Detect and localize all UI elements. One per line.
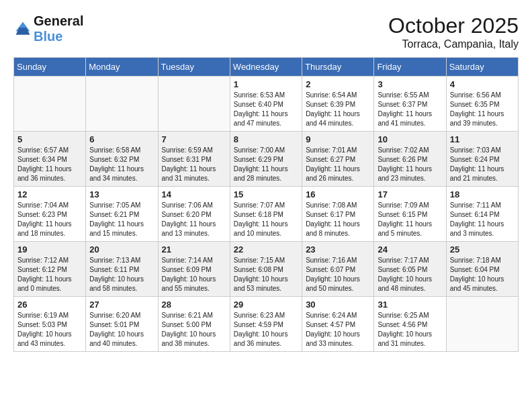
- day-info: Sunrise: 7:13 AM Sunset: 6:11 PM Dayligh…: [89, 256, 154, 293]
- day-info: Sunrise: 7:04 AM Sunset: 6:23 PM Dayligh…: [17, 201, 82, 238]
- calendar-week-row: 19Sunrise: 7:12 AM Sunset: 6:12 PM Dayli…: [14, 242, 519, 297]
- month-title: October 2025: [388, 13, 519, 38]
- calendar-cell: 16Sunrise: 7:08 AM Sunset: 6:17 PM Dayli…: [302, 187, 374, 242]
- day-info: Sunrise: 7:02 AM Sunset: 6:26 PM Dayligh…: [378, 146, 442, 183]
- calendar-week-row: 26Sunrise: 6:19 AM Sunset: 5:03 PM Dayli…: [14, 297, 519, 352]
- calendar-week-row: 1Sunrise: 6:53 AM Sunset: 6:40 PM Daylig…: [14, 77, 519, 132]
- calendar-cell: 9Sunrise: 7:01 AM Sunset: 6:27 PM Daylig…: [302, 132, 374, 187]
- calendar-cell: [446, 297, 518, 352]
- calendar-cell: 31Sunrise: 6:25 AM Sunset: 4:56 PM Dayli…: [374, 297, 446, 352]
- day-info: Sunrise: 7:05 AM Sunset: 6:21 PM Dayligh…: [89, 201, 154, 238]
- calendar-cell: [158, 77, 230, 132]
- calendar-cell: 20Sunrise: 7:13 AM Sunset: 6:11 PM Dayli…: [86, 242, 158, 297]
- day-info: Sunrise: 7:12 AM Sunset: 6:12 PM Dayligh…: [17, 256, 82, 293]
- day-number: 8: [234, 134, 298, 144]
- day-number: 11: [450, 134, 515, 144]
- day-info: Sunrise: 6:24 AM Sunset: 4:57 PM Dayligh…: [306, 311, 370, 349]
- day-info: Sunrise: 6:54 AM Sunset: 6:39 PM Dayligh…: [306, 91, 370, 128]
- calendar-cell: 24Sunrise: 7:17 AM Sunset: 6:05 PM Dayli…: [374, 242, 446, 297]
- day-info: Sunrise: 6:59 AM Sunset: 6:31 PM Dayligh…: [162, 146, 226, 183]
- day-of-week-header: Monday: [86, 58, 158, 77]
- day-of-week-header: Tuesday: [158, 58, 230, 77]
- day-info: Sunrise: 6:25 AM Sunset: 4:56 PM Dayligh…: [378, 311, 442, 349]
- day-number: 18: [450, 189, 515, 199]
- calendar-cell: 21Sunrise: 7:14 AM Sunset: 6:09 PM Dayli…: [158, 242, 230, 297]
- logo-icon: [13, 19, 32, 38]
- title-block: October 2025 Torraca, Campania, Italy: [388, 13, 519, 50]
- day-info: Sunrise: 7:14 AM Sunset: 6:09 PM Dayligh…: [162, 256, 226, 293]
- calendar-cell: 28Sunrise: 6:21 AM Sunset: 5:00 PM Dayli…: [158, 297, 230, 352]
- day-info: Sunrise: 6:56 AM Sunset: 6:35 PM Dayligh…: [450, 91, 515, 128]
- calendar-cell: 17Sunrise: 7:09 AM Sunset: 6:15 PM Dayli…: [374, 187, 446, 242]
- calendar-cell: 25Sunrise: 7:18 AM Sunset: 6:04 PM Dayli…: [446, 242, 518, 297]
- day-number: 12: [17, 189, 82, 199]
- day-number: 4: [450, 79, 515, 89]
- day-number: 17: [378, 189, 442, 199]
- day-info: Sunrise: 6:21 AM Sunset: 5:00 PM Dayligh…: [162, 311, 226, 349]
- calendar-week-row: 12Sunrise: 7:04 AM Sunset: 6:23 PM Dayli…: [14, 187, 519, 242]
- calendar-header-row: SundayMondayTuesdayWednesdayThursdayFrid…: [14, 58, 519, 77]
- day-info: Sunrise: 7:00 AM Sunset: 6:29 PM Dayligh…: [234, 146, 298, 183]
- day-info: Sunrise: 7:07 AM Sunset: 6:18 PM Dayligh…: [234, 201, 298, 238]
- day-of-week-header: Sunday: [14, 58, 86, 77]
- calendar-cell: 1Sunrise: 6:53 AM Sunset: 6:40 PM Daylig…: [230, 77, 302, 132]
- day-info: Sunrise: 7:08 AM Sunset: 6:17 PM Dayligh…: [306, 201, 370, 238]
- calendar-cell: 4Sunrise: 6:56 AM Sunset: 6:35 PM Daylig…: [446, 77, 518, 132]
- logo-text: General Blue: [34, 13, 83, 44]
- day-number: 5: [17, 134, 82, 144]
- calendar-cell: 14Sunrise: 7:06 AM Sunset: 6:20 PM Dayli…: [158, 187, 230, 242]
- calendar-cell: 18Sunrise: 7:11 AM Sunset: 6:14 PM Dayli…: [446, 187, 518, 242]
- day-number: 24: [378, 244, 442, 255]
- calendar-cell: 10Sunrise: 7:02 AM Sunset: 6:26 PM Dayli…: [374, 132, 446, 187]
- day-info: Sunrise: 6:58 AM Sunset: 6:32 PM Dayligh…: [89, 146, 154, 183]
- calendar-cell: 12Sunrise: 7:04 AM Sunset: 6:23 PM Dayli…: [14, 187, 86, 242]
- calendar-cell: [14, 77, 86, 132]
- day-of-week-header: Saturday: [446, 58, 518, 77]
- logo: General Blue: [13, 13, 83, 44]
- day-number: 30: [306, 300, 370, 310]
- day-of-week-header: Thursday: [302, 58, 374, 77]
- day-number: 19: [17, 244, 82, 255]
- calendar-cell: 7Sunrise: 6:59 AM Sunset: 6:31 PM Daylig…: [158, 132, 230, 187]
- day-number: 22: [234, 244, 298, 255]
- calendar-cell: 19Sunrise: 7:12 AM Sunset: 6:12 PM Dayli…: [14, 242, 86, 297]
- day-info: Sunrise: 6:23 AM Sunset: 4:59 PM Dayligh…: [234, 311, 298, 349]
- calendar-cell: 29Sunrise: 6:23 AM Sunset: 4:59 PM Dayli…: [230, 297, 302, 352]
- day-info: Sunrise: 7:16 AM Sunset: 6:07 PM Dayligh…: [306, 256, 370, 293]
- day-info: Sunrise: 6:20 AM Sunset: 5:01 PM Dayligh…: [89, 311, 154, 349]
- day-number: 3: [378, 79, 442, 89]
- day-info: Sunrise: 7:01 AM Sunset: 6:27 PM Dayligh…: [306, 146, 370, 183]
- day-info: Sunrise: 7:18 AM Sunset: 6:04 PM Dayligh…: [450, 256, 515, 293]
- day-number: 31: [378, 300, 442, 310]
- day-number: 16: [306, 189, 370, 199]
- location-title: Torraca, Campania, Italy: [388, 38, 519, 50]
- day-number: 7: [162, 134, 226, 144]
- day-number: 14: [162, 189, 226, 199]
- calendar-cell: 5Sunrise: 6:57 AM Sunset: 6:34 PM Daylig…: [14, 132, 86, 187]
- calendar-cell: 30Sunrise: 6:24 AM Sunset: 4:57 PM Dayli…: [302, 297, 374, 352]
- day-info: Sunrise: 7:03 AM Sunset: 6:24 PM Dayligh…: [450, 146, 515, 183]
- day-number: 13: [89, 189, 154, 199]
- day-info: Sunrise: 6:53 AM Sunset: 6:40 PM Dayligh…: [234, 91, 298, 128]
- day-info: Sunrise: 7:11 AM Sunset: 6:14 PM Dayligh…: [450, 201, 515, 238]
- day-number: 2: [306, 79, 370, 89]
- day-number: 9: [306, 134, 370, 144]
- calendar-cell: 22Sunrise: 7:15 AM Sunset: 6:08 PM Dayli…: [230, 242, 302, 297]
- day-number: 27: [89, 300, 154, 310]
- calendar-table: SundayMondayTuesdayWednesdayThursdayFrid…: [13, 57, 519, 352]
- calendar-cell: 8Sunrise: 7:00 AM Sunset: 6:29 PM Daylig…: [230, 132, 302, 187]
- day-of-week-header: Wednesday: [230, 58, 302, 77]
- calendar-cell: 26Sunrise: 6:19 AM Sunset: 5:03 PM Dayli…: [14, 297, 86, 352]
- calendar-cell: 2Sunrise: 6:54 AM Sunset: 6:39 PM Daylig…: [302, 77, 374, 132]
- day-info: Sunrise: 6:19 AM Sunset: 5:03 PM Dayligh…: [17, 311, 82, 349]
- calendar-cell: 23Sunrise: 7:16 AM Sunset: 6:07 PM Dayli…: [302, 242, 374, 297]
- calendar-cell: [86, 77, 158, 132]
- calendar-cell: 11Sunrise: 7:03 AM Sunset: 6:24 PM Dayli…: [446, 132, 518, 187]
- day-info: Sunrise: 6:55 AM Sunset: 6:37 PM Dayligh…: [378, 91, 442, 128]
- day-number: 20: [89, 244, 154, 255]
- day-number: 23: [306, 244, 370, 255]
- day-info: Sunrise: 7:17 AM Sunset: 6:05 PM Dayligh…: [378, 256, 442, 293]
- calendar-cell: 15Sunrise: 7:07 AM Sunset: 6:18 PM Dayli…: [230, 187, 302, 242]
- day-info: Sunrise: 7:15 AM Sunset: 6:08 PM Dayligh…: [234, 256, 298, 293]
- day-number: 6: [89, 134, 154, 144]
